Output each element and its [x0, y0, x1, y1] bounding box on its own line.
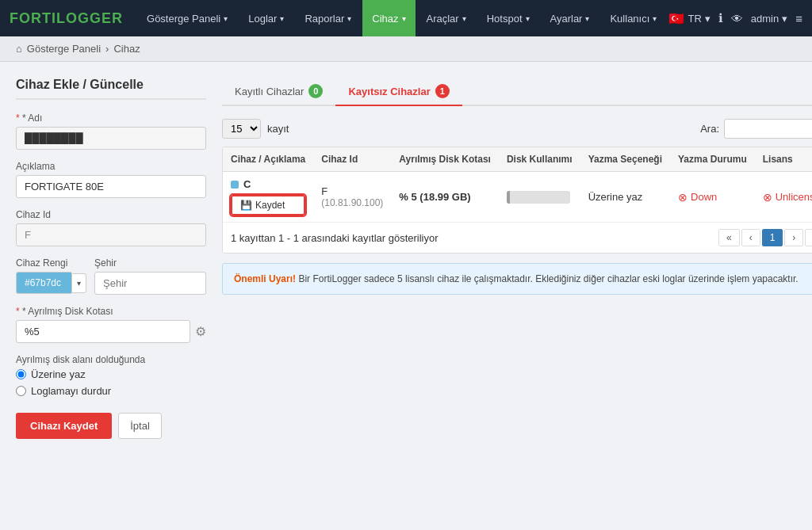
table-body: C 💾 Kaydet F (10.81.90.100 — [223, 172, 812, 223]
nav-gosterge-paneli[interactable]: Gösterge Paneli ▾ — [137, 0, 237, 36]
color-picker: #67b7dc ▾ — [16, 272, 86, 294]
lisans-status: ⊗ Unlicensed — [763, 191, 812, 204]
right-panel: Kayıtlı Cihazlar 0 Kayıtsız Cihazlar 1 1… — [222, 78, 812, 505]
ad-field-group: * Adı — [16, 112, 206, 150]
kaydet-inline-button[interactable]: 💾 Kaydet — [231, 195, 305, 215]
radio-uzerine-yaz[interactable]: Üzerine yaz — [16, 368, 206, 380]
cell-disk-kullanim — [499, 172, 580, 223]
aciklama-field-group: Açıklama — [16, 161, 206, 198]
search-control: Ara: — [700, 119, 812, 139]
nav-hotspot[interactable]: Hotspot ▾ — [477, 0, 539, 36]
radio-uzerine-yaz-label: Üzerine yaz — [31, 368, 86, 380]
topnav: FORTILOGGER Gösterge Paneli ▾ Loglar ▾ R… — [0, 0, 812, 36]
chevron-down-icon: ▾ — [782, 13, 787, 25]
cihaz-id-input — [16, 223, 206, 246]
col-yazma-secenegi: Yazma Seçeneği — [580, 147, 670, 172]
search-input[interactable] — [724, 119, 812, 139]
disk-kota-label: * Ayrılmış Disk Kotası — [16, 306, 206, 317]
page-prev-btn[interactable]: ‹ — [741, 229, 760, 246]
lang-label: TR — [688, 13, 701, 25]
left-panel: Cihaz Ekle / Güncelle * Adı Açıklama Cih… — [16, 78, 206, 505]
nav-cihaz[interactable]: Cihaz ▾ — [362, 0, 415, 36]
sehir-input[interactable] — [94, 272, 206, 295]
warning-box: Önemli Uyarı! Bir FortiLogger sadece 5 l… — [222, 263, 812, 295]
user-label: admin — [751, 13, 779, 25]
radio-loglamay-durdur-label: Loglamayı durdur — [31, 385, 111, 397]
disk-kota-group: * Ayrılmış Disk Kotası ⚙ — [16, 306, 206, 343]
per-page-control: 15 25 50 kayıt — [222, 119, 289, 139]
page-next-btn[interactable]: › — [784, 229, 803, 246]
logo: FORTILOGGER — [10, 10, 123, 27]
nav-raporlar[interactable]: Raporlar ▾ — [295, 0, 361, 36]
ad-input[interactable] — [16, 127, 206, 150]
pagination-row: 1 kayıttan 1 - 1 arasındaki kayıtlar gös… — [223, 222, 812, 253]
breadcrumb-separator: › — [105, 43, 109, 55]
info-icon[interactable]: ℹ — [718, 11, 723, 25]
nav-kullanici[interactable]: Kullanıcı ▾ — [600, 0, 666, 36]
progress-bar-wrap — [507, 191, 570, 204]
topnav-right: 🇹🇷 TR ▾ ℹ 👁 admin ▾ ≡ — [668, 11, 802, 26]
cihaz-id-field-group: Cihaz Id — [16, 209, 206, 246]
page-last-btn[interactable]: » — [805, 229, 812, 246]
chevron-down-icon: ▾ — [280, 14, 284, 23]
cell-yazma-durumu: ⊗ Down — [670, 172, 755, 223]
per-page-select[interactable]: 15 25 50 — [222, 119, 261, 139]
cihazi-kaydet-button[interactable]: Cihazı Kaydet — [16, 413, 112, 439]
device-name-cell: C 💾 Kaydet — [231, 178, 305, 215]
disk-dolu-group: Ayrılmış disk alanı dolduğunda Üzerine y… — [16, 354, 206, 397]
cell-lisans: ⊗ Unlicensed — [755, 172, 812, 223]
topnav-menu: Gösterge Paneli ▾ Loglar ▾ Raporlar ▾ Ci… — [137, 0, 668, 36]
page-first-btn[interactable]: « — [718, 229, 740, 246]
tab-kayitli-cihazlar[interactable]: Kayıtlı Cihazlar 0 — [222, 78, 335, 106]
yazma-durumu-status: ⊗ Down — [678, 191, 747, 204]
cihaz-ip: (10.81.90.100) — [321, 197, 383, 208]
disk-icon[interactable]: ⚙ — [195, 324, 206, 339]
user-menu[interactable]: admin ▾ — [751, 13, 787, 25]
col-disk-kullanimi: Disk Kullanımı — [499, 147, 580, 172]
more-icon[interactable]: ≡ — [795, 12, 802, 25]
lang-selector[interactable]: 🇹🇷 TR ▾ — [668, 11, 710, 26]
chevron-down-icon: ▾ — [705, 13, 710, 25]
save-icon: 💾 — [240, 200, 252, 211]
progress-bar — [507, 191, 510, 204]
radio-loglamay-durdur[interactable]: Loglamayı durdur — [16, 385, 206, 397]
color-caret-btn[interactable]: ▾ — [71, 273, 86, 293]
nav-ayarlar[interactable]: Ayarlar ▾ — [541, 0, 599, 36]
btn-row: Cihazı Kaydet İptal — [16, 413, 206, 439]
cell-cihaz: C 💾 Kaydet — [223, 172, 313, 223]
aciklama-label: Açıklama — [16, 161, 206, 172]
cell-disk-kota: % 5 (18.99 GB) — [391, 172, 499, 223]
pagination-info: 1 kayıttan 1 - 1 arasındaki kayıtlar gös… — [231, 232, 439, 244]
col-cihaz-aciklama: Cihaz / Açıklama — [223, 147, 313, 172]
error-icon: ⊗ — [763, 191, 772, 204]
sehir-label: Şehir — [94, 257, 206, 269]
ad-label: * Adı — [16, 112, 206, 124]
disk-kota-value: % 5 (18.99 GB) — [399, 191, 470, 203]
table-header: Cihaz / Açıklama Cihaz Id Ayrılmış Disk … — [223, 147, 812, 172]
breadcrumb: ⌂ Gösterge Paneli › Cihaz — [0, 36, 812, 62]
page-1-btn[interactable]: 1 — [762, 229, 783, 246]
color-swatch[interactable]: #67b7dc — [16, 272, 71, 294]
radio-loglamay-durdur-input[interactable] — [16, 386, 26, 396]
aciklama-input[interactable] — [16, 175, 206, 198]
col-lisans: Lisans — [755, 147, 812, 172]
iptal-button[interactable]: İptal — [118, 413, 162, 439]
chevron-down-icon: ▾ — [402, 14, 406, 23]
save-label: Kaydet — [255, 200, 285, 211]
chevron-down-icon: ▾ — [653, 14, 657, 23]
col-disk-kota: Ayrılmış Disk Kotası — [391, 147, 499, 172]
pagination: « ‹ 1 › » — [718, 229, 812, 246]
nav-araclar[interactable]: Araçlar ▾ — [417, 0, 476, 36]
cihaz-id-label: Cihaz Id — [16, 209, 206, 220]
tab-kayitsiz-cihazlar[interactable]: Kayıtsız Cihazlar 1 — [335, 78, 462, 106]
col-yazma-durumu: Yazma Durumu — [670, 147, 755, 172]
chevron-down-icon: ▾ — [347, 14, 351, 23]
disk-kota-input[interactable] — [16, 320, 190, 343]
breadcrumb-home-link[interactable]: Gösterge Paneli — [27, 43, 101, 55]
table-row: C 💾 Kaydet F (10.81.90.100 — [223, 172, 812, 223]
eye-icon[interactable]: 👁 — [731, 12, 743, 25]
radio-uzerine-yaz-input[interactable] — [16, 369, 26, 379]
home-icon: ⌂ — [16, 43, 22, 55]
nav-loglar[interactable]: Loglar ▾ — [239, 0, 293, 36]
tab-kayitli-badge: 0 — [308, 84, 323, 98]
